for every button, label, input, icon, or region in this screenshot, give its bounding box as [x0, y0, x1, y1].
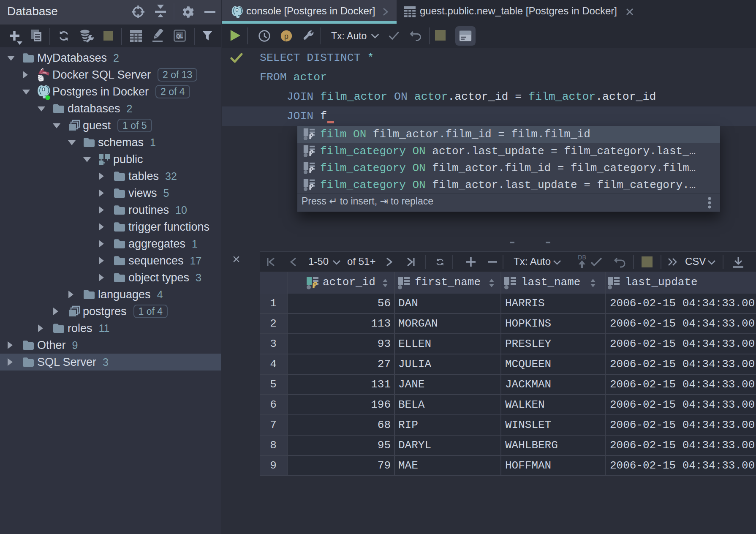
svg-text:p: p — [284, 33, 289, 41]
svg-text:DB: DB — [578, 254, 586, 261]
svg-text:QL: QL — [176, 33, 183, 39]
